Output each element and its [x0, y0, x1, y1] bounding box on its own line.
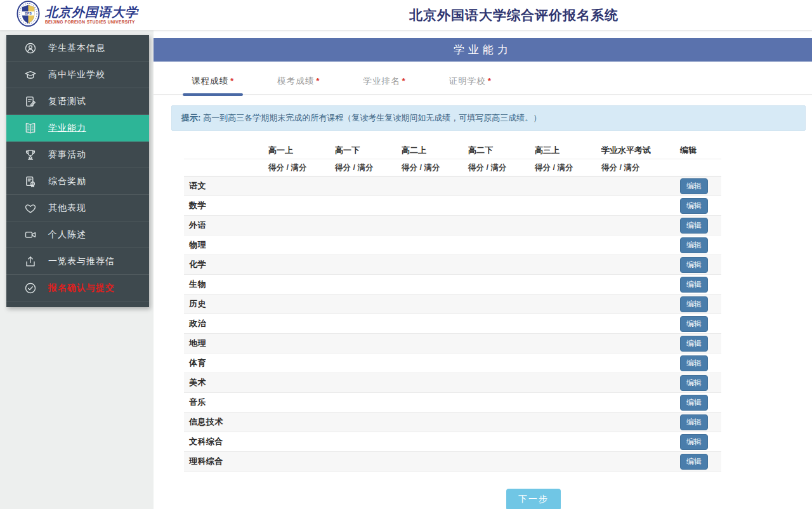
edit-button-cell: 编辑: [680, 218, 721, 234]
score-cell-4: [468, 314, 535, 333]
score-cell-3: [402, 275, 468, 294]
sidebar-item-label: 个人陈述: [48, 229, 86, 241]
edit-button[interactable]: 编辑: [680, 395, 708, 411]
score-subheader-3: 得分 / 满分: [402, 162, 468, 173]
edit-button-cell: 编辑: [680, 296, 721, 312]
tab-mock-exam-grades[interactable]: 模考成绩*: [268, 70, 329, 95]
score-cell-4: [468, 393, 535, 412]
score-subheader-6: 得分 / 满分: [601, 162, 680, 173]
score-cell-4: [468, 176, 535, 195]
edit-button[interactable]: 编辑: [680, 218, 708, 234]
university-name-en: BEIJING FOREIGN STUDIES UNIVERSITY: [45, 20, 138, 25]
score-cell-1: [268, 275, 335, 294]
subject-label: 政治: [184, 318, 268, 329]
score-cell-1: [268, 432, 335, 451]
score-cell-5: [535, 255, 601, 274]
score-cell-2: [335, 334, 402, 353]
score-cell-4: [468, 235, 535, 255]
edit-button[interactable]: 编辑: [680, 454, 708, 470]
score-cell-5: [535, 354, 601, 373]
score-cell-3: [402, 235, 468, 255]
tab-label: 课程成绩: [192, 76, 228, 86]
score-cell-5: [535, 294, 601, 314]
subject-label: 物理: [184, 239, 268, 251]
score-cell-6: [601, 413, 680, 432]
next-step-button[interactable]: 下一步: [506, 489, 561, 509]
sidebar-item-high-school[interactable]: 高中毕业学校: [6, 62, 149, 88]
subject-label: 美术: [184, 377, 268, 388]
score-cell-5: [535, 432, 601, 451]
sidebar-item-personal-statement[interactable]: 个人陈述: [6, 221, 149, 248]
table-row: 数学编辑: [184, 196, 721, 216]
score-cell-1: [268, 373, 335, 392]
score-subheader-2: 得分 / 满分: [335, 162, 402, 173]
sidebar: 学生基本信息高中毕业学校复语测试学业能力赛事活动综合奖励其他表现个人陈述一览表与…: [0, 30, 154, 509]
score-cell-6: [601, 432, 680, 451]
sidebar-item-student-info[interactable]: 学生基本信息: [6, 35, 149, 62]
edit-button[interactable]: 编辑: [680, 296, 708, 312]
score-cell-3: [402, 393, 468, 412]
score-cell-5: [535, 216, 601, 235]
sidebar-item-awards[interactable]: 综合奖励: [6, 168, 149, 195]
sidebar-item-competitions[interactable]: 赛事活动: [6, 142, 149, 168]
score-cell-6: [601, 452, 680, 471]
edit-button[interactable]: 编辑: [680, 277, 708, 293]
score-cell-4: [468, 196, 535, 215]
subject-label: 体育: [184, 357, 268, 369]
score-cell-4: [468, 334, 535, 353]
edit-button[interactable]: 编辑: [680, 336, 708, 352]
tip-box: 提示:高一到高三各学期期末完成的所有课程（复读考生复读期间如无成绩，可填写原高三…: [171, 105, 806, 131]
score-cell-6: [601, 176, 680, 195]
score-cell-1: [268, 235, 335, 255]
sidebar-item-academic-ability[interactable]: 学业能力: [6, 115, 149, 142]
score-cell-1: [268, 314, 335, 333]
score-cell-4: [468, 294, 535, 314]
table-row: 文科综合编辑: [184, 432, 721, 452]
score-cell-4: [468, 413, 535, 432]
score-cell-3: [402, 196, 468, 215]
sidebar-item-language-test[interactable]: 复语测试: [6, 88, 149, 115]
check-circle-icon: [24, 282, 37, 294]
page-title: 学业能力: [454, 43, 512, 57]
score-cell-1: [268, 216, 335, 235]
score-cell-2: [335, 294, 402, 314]
tip-text: 高一到高三各学期期末完成的所有课程（复读考生复读期间如无成绩，可填写原高三成绩。…: [203, 113, 541, 122]
edit-button-cell: 编辑: [680, 395, 721, 411]
table-row: 美术编辑: [184, 373, 721, 393]
next-button-row: 下一步: [154, 489, 812, 509]
subject-label: 化学: [184, 259, 268, 270]
sidebar-item-label: 学业能力: [48, 122, 86, 134]
sidebar-item-summary-recommendation[interactable]: 一览表与推荐信: [6, 248, 149, 275]
edit-button[interactable]: 编辑: [680, 414, 708, 430]
score-cell-3: [402, 452, 468, 471]
university-shield-icon: BFS: [16, 1, 40, 29]
edit-button[interactable]: 编辑: [680, 237, 708, 253]
subject-label: 信息技术: [184, 416, 268, 428]
score-cell-2: [335, 216, 402, 235]
edit-button[interactable]: 编辑: [680, 257, 708, 273]
edit-button[interactable]: 编辑: [680, 434, 708, 450]
upload-icon: [24, 255, 37, 268]
edit-button[interactable]: 编辑: [680, 316, 708, 332]
column-header-5: 高三上: [535, 145, 601, 156]
score-cell-2: [335, 255, 402, 274]
tab-certifying-school[interactable]: 证明学校*: [440, 70, 501, 95]
score-cell-6: [601, 393, 680, 412]
sidebar-item-label: 学生基本信息: [48, 43, 105, 54]
tab-bar: 课程成绩*模考成绩*学业排名*证明学校*: [154, 70, 812, 95]
table-row: 物理编辑: [184, 235, 721, 255]
sidebar-item-confirm-submit[interactable]: 报名确认与提交: [6, 275, 149, 301]
edit-button[interactable]: 编辑: [680, 375, 708, 391]
score-cell-3: [402, 432, 468, 451]
tab-course-grades[interactable]: 课程成绩*: [183, 70, 243, 95]
tab-academic-ranking[interactable]: 学业排名*: [355, 70, 415, 95]
edit-button[interactable]: 编辑: [680, 355, 708, 371]
score-cell-5: [535, 196, 601, 215]
table-row: 生物编辑: [184, 275, 721, 294]
edit-button[interactable]: 编辑: [680, 178, 708, 194]
subject-label: 语文: [184, 180, 268, 192]
required-asterisk: *: [316, 76, 320, 86]
grades-table: 高一上高一下高二上高二下高三上学业水平考试编辑得分 / 满分得分 / 满分得分 …: [184, 142, 721, 472]
sidebar-item-other-performance[interactable]: 其他表现: [6, 195, 149, 221]
edit-button[interactable]: 编辑: [680, 198, 708, 214]
